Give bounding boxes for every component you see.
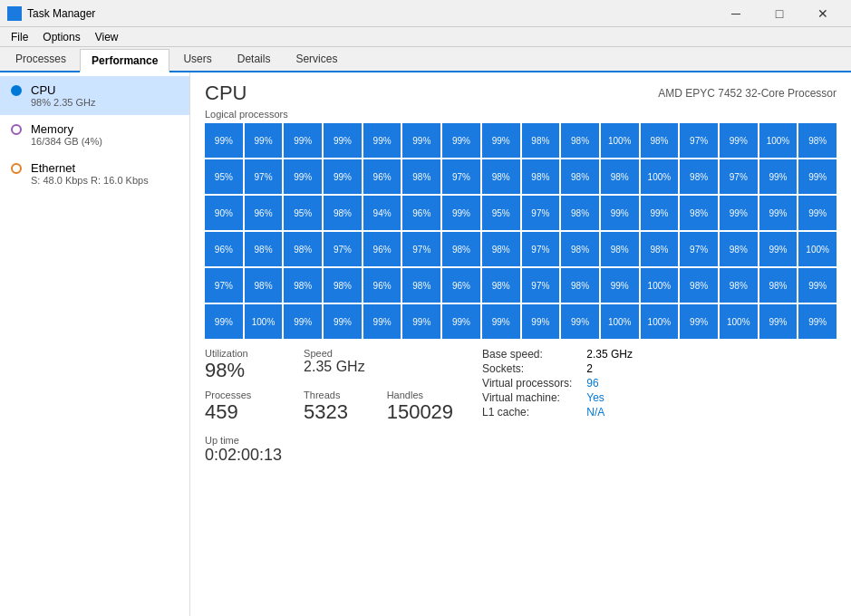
threads-value: 5323 [304,400,365,424]
sidebar: CPU 98% 2.35 GHz Memory 16/384 GB (4%) E… [0,72,190,616]
memory-indicator [11,124,22,135]
speed-label: Speed [304,348,365,359]
title-bar: Task Manager ─ □ ✕ [0,0,851,27]
tab-bar: Processes Performance Users Details Serv… [0,47,851,72]
processor-cell: 99% [680,304,718,339]
stat-value: 96 [586,377,633,390]
processor-cell: 96% [442,268,480,303]
utilization-group: Utilization 98% [205,348,282,382]
processor-cell: 98% [561,268,599,303]
processor-cell: 98% [561,196,599,230]
processor-cell: 100% [641,304,679,339]
processor-cell: 95% [482,196,520,230]
stat-key: Virtual processors: [482,377,572,390]
processor-cell: 98% [601,232,639,266]
handles-label: Handles [387,390,453,400]
processor-cell: 96% [402,196,440,230]
menu-options[interactable]: Options [35,29,87,45]
processor-cell: 98% [759,268,798,303]
sidebar-item-ethernet[interactable]: Ethernet S: 48.0 Kbps R: 16.0 Kbps [0,154,189,193]
processor-cell: 100% [641,159,679,194]
ethernet-detail: S: 48.0 Kbps R: 16.0 Kbps [31,175,149,186]
sidebar-item-cpu[interactable]: CPU 98% 2.35 GHz [0,76,189,115]
cpu-label: CPU [31,83,96,97]
processor-cell: 98% [245,268,283,303]
processor-cell: 99% [798,159,836,194]
utilization-label: Utilization [205,348,282,359]
cpu-indicator [11,85,22,96]
content-area: CPU AMD EPYC 7452 32-Core Processor Logi… [190,72,851,616]
processor-cell: 97% [720,159,758,194]
tab-services[interactable]: Services [284,47,349,71]
processor-cell: 97% [205,268,243,303]
cpu-title: CPU [205,82,247,105]
processor-cell: 99% [284,123,322,158]
minimize-button[interactable]: ─ [715,0,757,27]
logical-processors-label: Logical processors [205,109,836,120]
processor-cell: 99% [601,196,639,230]
processor-cell: 99% [798,196,836,230]
processor-cell: 98% [561,123,599,158]
processor-cell: 100% [720,304,758,339]
processor-cell: 99% [284,304,322,339]
processor-cell: 99% [641,196,679,230]
processor-cell: 99% [759,232,798,266]
processor-cell: 98% [522,123,560,158]
processor-cell: 99% [759,304,798,339]
menu-view[interactable]: View [88,29,126,45]
cpu-header: CPU AMD EPYC 7452 32-Core Processor [205,82,836,105]
maximize-button[interactable]: □ [759,0,800,27]
processor-cell: 99% [442,196,480,230]
processor-cell: 98% [245,232,283,266]
processor-cell: 95% [205,159,243,194]
processor-cell: 99% [324,304,362,339]
processor-cell: 98% [482,268,520,303]
processor-cell: 100% [245,304,283,339]
processor-cell: 98% [402,159,440,194]
handles-group: Handles 150029 [387,390,453,424]
main-container: CPU 98% 2.35 GHz Memory 16/384 GB (4%) E… [0,72,851,616]
processes-group: Processes 459 [205,390,282,424]
processor-cell: 99% [363,304,401,339]
tab-details[interactable]: Details [226,47,283,71]
tab-processes[interactable]: Processes [4,47,78,71]
processor-cell: 99% [442,304,480,339]
processor-cell: 95% [284,196,322,230]
processor-cell: 99% [561,304,599,339]
processor-cell: 98% [561,159,599,194]
stat-value: 2 [586,362,633,375]
processor-cell: 98% [601,159,639,194]
processor-cell: 97% [402,232,440,266]
ethernet-label: Ethernet [31,161,149,175]
processor-cell: 90% [205,196,243,230]
processor-cell: 98% [798,123,836,158]
processor-cell: 100% [641,268,679,303]
cpu-model: AMD EPYC 7452 32-Core Processor [658,87,836,100]
processor-cell: 99% [324,123,362,158]
processor-cell: 98% [284,232,322,266]
processor-cell: 99% [442,123,480,158]
tab-performance[interactable]: Performance [80,49,169,72]
app-icon [7,6,22,21]
menu-bar: File Options View [0,27,851,47]
processor-cell: 99% [720,123,758,158]
processor-cell: 99% [759,196,798,230]
tab-users[interactable]: Users [171,47,223,71]
stats-left: Utilization 98% Speed 2.35 GHz Processes… [205,348,453,465]
processor-cell: 97% [522,268,560,303]
memory-detail: 16/384 GB (4%) [31,136,102,147]
processor-cell: 99% [482,123,520,158]
uptime-group: Up time 0:02:00:13 [205,435,282,465]
threads-label: Threads [304,390,365,400]
processor-cell: 98% [284,268,322,303]
stat-key: Sockets: [482,362,572,375]
sidebar-item-memory[interactable]: Memory 16/384 GB (4%) [0,115,189,154]
menu-file[interactable]: File [4,29,35,45]
memory-label: Memory [31,122,102,136]
close-button[interactable]: ✕ [802,0,844,27]
processor-cell: 96% [363,159,401,194]
processor-cell: 100% [601,304,639,339]
processor-cell: 97% [522,196,560,230]
processor-cell: 98% [482,159,520,194]
processor-cell: 99% [205,123,243,158]
